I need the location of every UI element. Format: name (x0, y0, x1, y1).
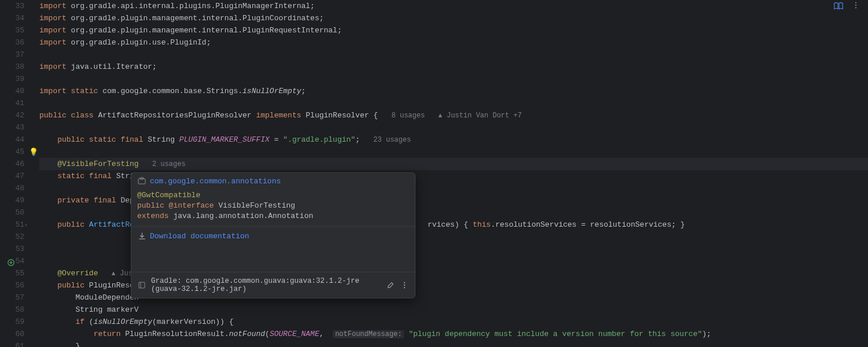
icon-gutter: 💡 › (29, 0, 39, 347)
top-right-toolbar (833, 1, 860, 13)
download-doc-link[interactable]: Download documentation (150, 232, 249, 241)
package-icon (137, 176, 146, 186)
reader-mode-icon[interactable] (833, 1, 844, 13)
override-gutter-icon[interactable] (7, 259, 15, 269)
code-line[interactable]: import static com.google.common.base.Str… (39, 85, 868, 97)
line-number: 34 (0, 12, 24, 24)
code-line[interactable]: import org.gradle.plugin.management.inte… (39, 24, 868, 36)
line-number: 35 (0, 24, 24, 36)
code-line[interactable]: @VisibleForTesting 2 usages (39, 158, 868, 170)
line-number: 59 (0, 316, 24, 328)
line-number: 38 (0, 61, 24, 73)
code-line[interactable]: String markerV (39, 304, 868, 316)
library-icon (137, 280, 146, 290)
code-line[interactable]: import org.gradle.plugin.use.PluginId; (39, 36, 868, 49)
line-number: 53 (0, 243, 24, 255)
line-number: 49 (0, 194, 24, 206)
package-link[interactable]: com.google.common.annotations (150, 177, 281, 186)
line-number: 36 (0, 36, 24, 49)
edit-icon[interactable] (386, 280, 395, 290)
line-number: 37 (0, 49, 24, 61)
svg-point-9 (855, 7, 856, 8)
code-line[interactable] (39, 49, 868, 61)
line-number: 57 (0, 291, 24, 304)
code-line[interactable]: public class ArtifactRepositoriesPluginR… (39, 109, 868, 121)
code-line[interactable]: if (isNullOrEmpty(markerVersion)) { (39, 316, 868, 328)
line-number: 43 (0, 121, 24, 134)
popup-header: com.google.common.annotations (131, 173, 415, 189)
line-number: 33 (0, 0, 24, 12)
line-number: 58 (0, 304, 24, 316)
popup-download-row: Download documentation (131, 226, 415, 246)
svg-point-7 (855, 2, 856, 3)
more-icon[interactable] (400, 280, 409, 290)
line-number: 60 (0, 328, 24, 340)
line-number: 61 (0, 340, 24, 347)
line-number: 40 (0, 85, 24, 97)
popup-type-name: VisibleForTesting (218, 201, 295, 210)
line-number: 55 (0, 267, 24, 279)
code-line[interactable] (39, 97, 868, 109)
popup-source-label: Gradle: com.google.common.guava:guava:32… (151, 277, 381, 293)
code-line[interactable] (39, 73, 868, 85)
toolbar-menu-icon[interactable] (852, 1, 860, 13)
line-number: 39 (0, 73, 24, 85)
line-number: 41 (0, 97, 24, 109)
svg-point-5 (404, 285, 405, 286)
popup-annotation: @GwtCompatible (137, 191, 200, 200)
code-line[interactable]: import java.util.Iterator; (39, 61, 868, 73)
popup-signature: @GwtCompatible public @interface Visible… (131, 189, 415, 226)
line-number: 52 (0, 231, 24, 243)
code-line[interactable]: } (39, 340, 868, 347)
code-line[interactable]: import org.gradle.api.internal.plugins.P… (39, 0, 868, 12)
svg-point-6 (404, 287, 405, 288)
code-line[interactable] (39, 121, 868, 134)
line-number-gutter: 3334353637383940414243444546474849505152… (0, 0, 29, 347)
intention-bulb-icon[interactable]: 💡 (29, 147, 38, 157)
line-number: 50 (0, 206, 24, 219)
popup-kw-extends: extends (137, 212, 173, 220)
line-number: 51 (0, 219, 24, 231)
svg-point-8 (855, 5, 856, 6)
svg-point-4 (404, 282, 405, 283)
quick-doc-popup: com.google.common.annotations @GwtCompat… (131, 172, 415, 298)
fold-chevron-icon[interactable]: › (24, 222, 28, 228)
line-number: 48 (0, 182, 24, 194)
line-number: 56 (0, 279, 24, 291)
line-number: 45 (0, 146, 24, 158)
line-number: 46 (0, 158, 24, 170)
popup-kw-public: public (137, 201, 169, 210)
line-number: 47 (0, 170, 24, 182)
code-line[interactable] (39, 146, 868, 158)
editor: 3334353637383940414243444546474849505152… (0, 0, 868, 347)
popup-extends-type: java.lang.annotation.Annotation (173, 212, 313, 220)
code-line[interactable]: public static final String PLUGIN_MARKER… (39, 134, 868, 146)
line-number: 42 (0, 109, 24, 121)
popup-footer: Gradle: com.google.common.guava:guava:32… (131, 272, 415, 298)
svg-rect-3 (139, 282, 145, 288)
code-line[interactable]: import org.gradle.plugin.management.inte… (39, 12, 868, 24)
code-line[interactable]: return PluginResolutionResult.notFound(S… (39, 328, 868, 340)
download-icon (137, 231, 146, 241)
popup-kw-interface: @interface (169, 201, 219, 210)
line-number: 44 (0, 134, 24, 146)
